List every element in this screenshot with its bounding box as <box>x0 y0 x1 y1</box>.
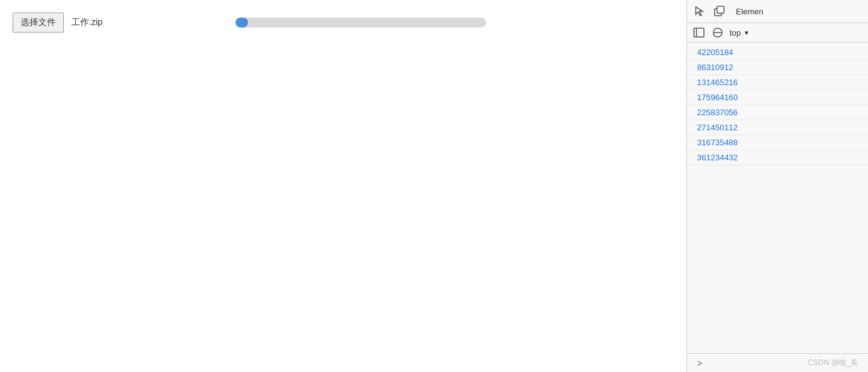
console-row[interactable]: 131465216 <box>687 75 868 90</box>
square-icon[interactable] <box>712 4 727 19</box>
no-entry-icon[interactable] <box>711 26 725 39</box>
elements-tab-label[interactable]: Elemen <box>732 4 767 19</box>
progress-bar-fill <box>235 18 248 28</box>
top-arrow: ▼ <box>743 29 750 36</box>
svg-rect-1 <box>717 6 724 13</box>
top-label: top <box>730 28 741 38</box>
top-selector[interactable]: top ▼ <box>730 28 750 38</box>
devtools-panel: Elemen top ▼ 422051848631091213146521617… <box>686 0 868 372</box>
devtools-footer: > CSDN @喵_美 <box>687 353 868 372</box>
console-row[interactable]: 271450112 <box>687 120 868 135</box>
devtools-toolbar-2: top ▼ <box>687 23 868 43</box>
watermark-label: CSDN @喵_美 <box>808 358 858 368</box>
footer-chevron[interactable]: > <box>697 358 702 368</box>
console-row[interactable]: 175964160 <box>687 90 868 105</box>
svg-rect-2 <box>694 28 704 37</box>
cursor-icon[interactable] <box>692 4 707 19</box>
file-row: 选择文件 工作.zip <box>13 13 674 33</box>
progress-bar-container <box>235 18 486 28</box>
console-row[interactable]: 86310912 <box>687 60 868 75</box>
console-row[interactable]: 316735488 <box>687 135 868 150</box>
sidebar-icon[interactable] <box>692 26 706 39</box>
main-content: 选择文件 工作.zip <box>0 0 686 372</box>
choose-file-button[interactable]: 选择文件 <box>13 13 64 33</box>
console-row[interactable]: 361234432 <box>687 150 868 165</box>
console-row[interactable]: 225837056 <box>687 105 868 120</box>
console-row[interactable]: 42205184 <box>687 45 868 60</box>
devtools-toolbar-1: Elemen <box>687 0 868 23</box>
console-output: 4220518486310912131465216175964160225837… <box>687 43 868 353</box>
file-name-label: 工作.zip <box>71 17 103 28</box>
